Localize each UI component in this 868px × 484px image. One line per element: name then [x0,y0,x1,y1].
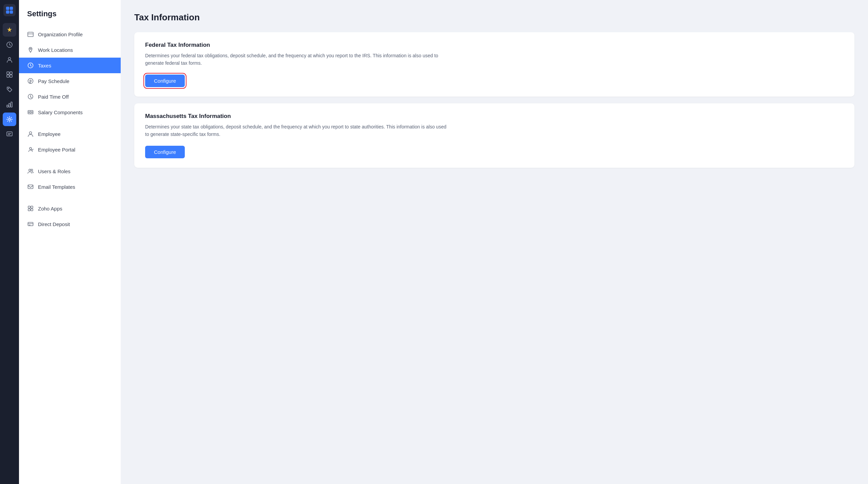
svg-rect-3 [10,11,13,14]
zoho-icon [27,205,34,212]
sidebar-label-users: Users & Roles [38,168,71,174]
svg-rect-7 [10,72,12,74]
massachusetts-configure-button[interactable]: Configure [145,146,185,158]
federal-configure-button[interactable]: Configure [145,75,185,87]
org-icon [27,31,34,38]
svg-point-10 [8,88,9,89]
sidebar-title: Settings [19,9,121,26]
sidebar-item-organization-profile[interactable]: Organization Profile [19,26,121,42]
sidebar-item-work-locations[interactable]: Work Locations [19,42,121,58]
svg-point-14 [8,118,11,120]
main-content: Tax Information Federal Tax Information … [121,0,868,484]
svg-rect-16 [28,32,33,37]
deposit-icon [27,221,34,227]
taxes-icon [27,62,34,69]
svg-rect-2 [6,11,9,14]
massachusetts-tax-title: Massachusetts Tax Information [145,113,844,120]
sidebar-label-portal: Employee Portal [38,147,75,153]
sidebar-item-taxes[interactable]: Taxes [19,58,121,73]
svg-rect-8 [7,75,9,77]
svg-rect-15 [7,132,12,136]
sidebar-label-salary: Salary Components [38,109,83,115]
rail-settings-icon[interactable] [3,113,16,126]
federal-tax-title: Federal Tax Information [145,42,844,48]
svg-point-5 [8,58,11,60]
svg-point-21 [30,112,32,113]
sidebar-item-email-templates[interactable]: Email Templates [19,179,121,195]
pay-icon [27,78,34,84]
svg-rect-9 [10,75,12,77]
portal-icon [27,146,34,153]
federal-tax-card: Federal Tax Information Determines your … [134,32,854,97]
sidebar-label-taxes: Taxes [38,63,51,68]
employee-icon [27,130,34,137]
sidebar: Settings Organization Profile Work Locat… [19,0,121,484]
users-icon [27,168,34,175]
sidebar-item-paid-time-off[interactable]: Paid Time Off [19,89,121,104]
massachusetts-tax-description: Determines your state tax obligations, d… [145,123,450,138]
icon-rail [0,0,19,484]
sidebar-label-pto: Paid Time Off [38,94,69,100]
svg-rect-27 [28,206,30,208]
svg-rect-30 [31,209,33,211]
federal-tax-description: Determines your federal tax obligations,… [145,52,450,67]
svg-point-24 [29,169,31,171]
sidebar-item-salary-components[interactable]: Salary Components [19,104,121,120]
sidebar-item-employee[interactable]: Employee [19,126,121,142]
rail-message-icon[interactable] [3,127,16,141]
sidebar-label-deposit: Direct Deposit [38,221,70,227]
sidebar-label-org: Organization Profile [38,32,83,37]
sidebar-label-employee: Employee [38,131,61,137]
sidebar-item-employee-portal[interactable]: Employee Portal [19,142,121,157]
sidebar-label-email: Email Templates [38,184,75,190]
rail-clock-icon[interactable] [3,38,16,52]
svg-rect-11 [7,105,8,107]
massachusetts-tax-card: Massachusetts Tax Information Determines… [134,103,854,168]
svg-rect-26 [28,185,33,189]
sidebar-item-direct-deposit[interactable]: Direct Deposit [19,216,121,232]
rail-sparkle-icon[interactable] [3,23,16,37]
svg-rect-6 [7,72,9,74]
sidebar-item-pay-schedule[interactable]: Pay Schedule [19,73,121,89]
rail-tag-icon[interactable] [3,83,16,96]
sidebar-label-pay-schedule: Pay Schedule [38,78,70,84]
svg-rect-31 [28,222,33,226]
svg-rect-28 [31,206,33,208]
app-logo[interactable] [3,4,16,16]
svg-rect-0 [6,7,9,10]
page-title: Tax Information [134,12,854,23]
salary-icon [27,109,34,116]
location-icon [27,46,34,53]
svg-point-22 [29,132,32,134]
svg-point-23 [29,147,32,149]
svg-rect-1 [10,7,13,10]
svg-rect-13 [11,102,12,107]
sidebar-label-work-locations: Work Locations [38,47,73,53]
sidebar-item-zoho-apps[interactable]: Zoho Apps [19,201,121,216]
sidebar-label-zoho: Zoho Apps [38,206,62,211]
rail-grid-icon[interactable] [3,68,16,81]
svg-point-17 [30,48,31,49]
svg-rect-12 [9,103,10,107]
rail-chart-icon[interactable] [3,98,16,111]
sidebar-item-users-roles[interactable]: Users & Roles [19,163,121,179]
pto-icon [27,93,34,100]
rail-person-icon[interactable] [3,53,16,66]
svg-rect-29 [28,209,30,211]
email-icon [27,183,34,190]
svg-point-25 [31,169,33,171]
